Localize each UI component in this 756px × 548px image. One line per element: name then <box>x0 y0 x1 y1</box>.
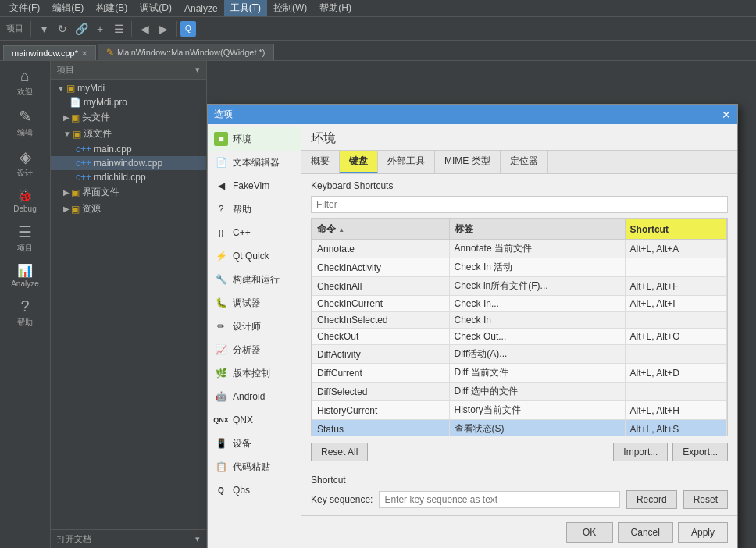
col-command[interactable]: 命令 ▲ <box>312 219 450 240</box>
toolbar-prev-btn[interactable]: ◀ <box>136 20 153 37</box>
sort-arrow-command: ▲ <box>338 226 344 233</box>
ide-btn-debug[interactable]: 🐞 Debug <box>2 185 48 216</box>
tab-keyboard[interactable]: 键盘 <box>340 151 378 173</box>
nav-item-analyzer[interactable]: 📈 分析器 <box>208 338 301 361</box>
menu-debug[interactable]: 调试(D) <box>134 0 178 16</box>
table-row[interactable]: DiffSelectedDiff 选中的文件 <box>312 383 727 401</box>
menu-help[interactable]: 帮助(H) <box>313 0 358 16</box>
nav-item-debugger[interactable]: 🐛 调试器 <box>208 291 301 315</box>
nav-item-qtquick[interactable]: ⚡ Qt Quick <box>208 244 301 268</box>
toolbar-link-btn[interactable]: 🔗 <box>73 20 90 37</box>
tab-overview[interactable]: 概要 <box>301 151 340 173</box>
tab-locator[interactable]: 定位器 <box>501 151 548 173</box>
shortcuts-filter[interactable] <box>311 196 728 213</box>
key-sequence-input[interactable] <box>379 491 620 508</box>
menu-control[interactable]: 控制(W) <box>267 0 313 16</box>
nav-item-environment[interactable]: ■ 环境 <box>208 127 301 151</box>
nav-item-qnx[interactable]: QNX QNX <box>208 408 301 432</box>
nav-item-devices[interactable]: 📱 设备 <box>208 432 301 455</box>
toolbar-config-btn[interactable]: ☰ <box>110 20 127 37</box>
tree-item-main-cpp[interactable]: c++ main.cpp <box>51 142 206 156</box>
table-row[interactable]: DiffActivityDiff活动(A)... <box>312 345 727 364</box>
tree-item-resources[interactable]: ▶ ▣ 资源 <box>51 201 206 217</box>
ide-btn-help[interactable]: ? 帮助 <box>2 294 48 331</box>
col-tag[interactable]: 标签 <box>449 219 625 240</box>
tree-item-sources[interactable]: ▼ ▣ 源文件 <box>51 126 206 142</box>
dialog-close-btn[interactable]: ✕ <box>722 109 731 121</box>
menu-analyze[interactable]: Analyze <box>178 2 224 16</box>
nav-item-cpp[interactable]: {} C++ <box>208 221 301 244</box>
shortcuts-table-scroll[interactable]: 命令 ▲ 标签 Shortcut <box>311 218 728 436</box>
tree-item-mymdi-pro[interactable]: 📄 myMdi.pro <box>51 95 206 109</box>
nav-item-fakevim[interactable]: ◀ FakeVim <box>208 174 301 197</box>
nav-item-designer[interactable]: ✏ 设计师 <box>208 315 301 338</box>
dialog-body: ■ 环境 📄 文本编辑器 ◀ FakeVim ? 帮助 {} C++ <box>208 124 737 548</box>
tree-item-mainwindow-cpp[interactable]: c++ mainwindow.cpp <box>51 156 206 170</box>
table-row[interactable]: CheckInAllCheck in所有文件(F)...Alt+L, Alt+F <box>312 277 727 296</box>
import-btn[interactable]: Import... <box>613 443 668 461</box>
ide-btn-projects[interactable]: ☰ 项目 <box>2 219 48 257</box>
table-row[interactable]: DiffCurrentDiff 当前文件Alt+L, Alt+D <box>312 364 727 383</box>
nav-label-devices: 设备 <box>233 437 251 450</box>
cancel-btn[interactable]: Cancel <box>618 522 673 543</box>
ok-btn[interactable]: OK <box>566 522 613 543</box>
vcs-icon: 🌿 <box>214 366 228 380</box>
export-btn[interactable]: Export... <box>672 443 728 461</box>
table-row[interactable]: CheckInSelectedCheck In <box>312 312 727 329</box>
menu-file[interactable]: 文件(F) <box>3 0 46 16</box>
ide-btn-edit[interactable]: ✎ 编辑 <box>2 104 48 141</box>
tree-label-mymdi: myMdi <box>77 83 105 94</box>
col-tag-label: 标签 <box>455 223 473 234</box>
tab-mainwindow-func[interactable]: ✎ MainWindow::MainWindow(QWidget *) <box>98 44 274 60</box>
nav-label-analyzer: 分析器 <box>233 343 261 357</box>
nav-item-qbs[interactable]: Q Qbs <box>208 479 301 502</box>
apply-btn[interactable]: Apply <box>678 522 728 543</box>
table-row[interactable]: Status查看状态(S)Alt+L, Alt+S <box>312 420 727 437</box>
nav-item-text-editor[interactable]: 📄 文本编辑器 <box>208 151 301 174</box>
projects-icon: ☰ <box>18 222 32 241</box>
menu-tools[interactable]: 工具(T) <box>224 0 267 16</box>
tab-mainwindow-cpp[interactable]: mainwindow.cpp* ✕ <box>3 45 96 60</box>
nav-item-build-run[interactable]: 🔧 构建和运行 <box>208 268 301 291</box>
table-row[interactable]: AnnotateAnnotate 当前文件Alt+L, Alt+A <box>312 240 727 258</box>
filter-icon[interactable]: ▾ <box>195 65 200 75</box>
nav-item-help[interactable]: ? 帮助 <box>208 197 301 221</box>
nav-label-designer: 设计师 <box>233 320 261 333</box>
tab-mime[interactable]: MIME 类型 <box>435 151 501 173</box>
tree-item-headers[interactable]: ▶ ▣ 头文件 <box>51 109 206 126</box>
nav-item-codepaste[interactable]: 📋 代码粘贴 <box>208 455 301 479</box>
record-btn[interactable]: Record <box>626 490 677 509</box>
ide-btn-welcome[interactable]: ⌂ 欢迎 <box>2 64 48 101</box>
menu-build[interactable]: 构建(B) <box>90 0 134 16</box>
main-layout: ⌂ 欢迎 ✎ 编辑 ◈ 设计 🐞 Debug ☰ 项目 📊 Analyze ? … <box>0 61 756 548</box>
table-row[interactable]: HistoryCurrentHistory当前文件Alt+L, Alt+H <box>312 401 727 420</box>
cpp-icon-mdichild: c++ <box>76 172 91 183</box>
table-row[interactable]: CheckInCurrentCheck In...Alt+L, Alt+I <box>312 296 727 312</box>
menu-edit[interactable]: 编辑(E) <box>46 0 90 16</box>
nav-item-vcs[interactable]: 🌿 版本控制 <box>208 361 301 385</box>
welcome-icon: ⌂ <box>20 67 30 85</box>
ide-btn-design[interactable]: ◈ 设计 <box>2 144 48 182</box>
table-row[interactable]: CheckInActivityCheck In 活动 <box>312 258 727 277</box>
bottom-arrow[interactable]: ▾ <box>195 534 200 544</box>
toolbar-add-btn[interactable]: + <box>91 20 109 37</box>
col-shortcut[interactable]: Shortcut <box>625 219 726 240</box>
tab-external-tools[interactable]: 外部工具 <box>378 151 435 173</box>
nav-label-debugger: 调试器 <box>233 297 261 310</box>
tree-item-mymdi[interactable]: ▼ ▣ myMdi <box>51 81 206 95</box>
reset-all-btn[interactable]: Reset All <box>311 443 368 461</box>
tree-label-main: main.cpp <box>94 144 132 155</box>
toolbar-back-btn[interactable]: ↻ <box>54 20 71 37</box>
table-row[interactable]: CheckOutCheck Out...Alt+L, Alt+O <box>312 329 727 345</box>
tab-close-1[interactable]: ✕ <box>81 49 87 58</box>
nav-item-android[interactable]: 🤖 Android <box>208 385 301 408</box>
reset-shortcut-btn[interactable]: Reset <box>683 490 728 509</box>
help-nav-icon: ? <box>214 202 228 216</box>
toolbar-filter-btn[interactable]: ▾ <box>35 20 52 37</box>
tree-item-mdichild-cpp[interactable]: c++ mdichild.cpp <box>51 170 206 184</box>
toolbar-next-btn[interactable]: ▶ <box>155 20 172 37</box>
tree-item-ui[interactable]: ▶ ▣ 界面文件 <box>51 184 206 201</box>
panel-header: 项目 ▾ <box>51 61 206 80</box>
panel-title: 项目 <box>57 64 74 76</box>
ide-btn-analyze[interactable]: 📊 Analyze <box>2 260 48 291</box>
